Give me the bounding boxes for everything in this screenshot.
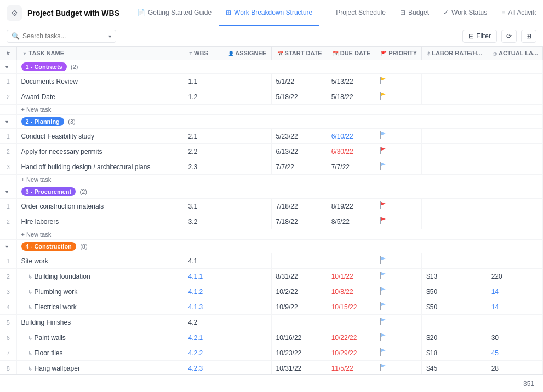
task-name-cell: ↳Building foundation <box>16 269 184 284</box>
chevron-icon[interactable]: ▾ <box>5 119 8 125</box>
task-name[interactable]: Hang wallpaper <box>35 365 80 372</box>
tab-wbs[interactable]: ⊞ Work Breakdown Structure <box>219 0 319 26</box>
assignee-cell[interactable] <box>222 199 271 214</box>
col-wbs[interactable]: T WBS <box>184 47 222 60</box>
priority-cell[interactable] <box>375 159 422 175</box>
columns-button[interactable]: ⊞ <box>521 30 536 43</box>
assignee-cell[interactable] <box>222 269 271 284</box>
wbs-link[interactable]: 4.1.3 <box>188 303 203 311</box>
refresh-button[interactable]: ⟳ <box>501 30 517 43</box>
priority-cell[interactable] <box>375 144 422 159</box>
col-labor[interactable]: $ LABOR RATE/H... <box>422 47 487 60</box>
wbs-link[interactable]: 4.1.1 <box>188 273 203 280</box>
priority-cell[interactable] <box>375 214 422 229</box>
filter-button[interactable]: ⊟ Filter <box>462 30 497 43</box>
group-collapse[interactable]: ▾ <box>0 115 16 129</box>
actual-cell <box>487 129 542 144</box>
task-name[interactable]: Electrical work <box>35 303 77 311</box>
assignee-cell[interactable] <box>222 253 271 269</box>
task-name[interactable]: Floor tiles <box>35 349 63 357</box>
tab-all-activities[interactable]: ≡ All Activites <box>495 0 536 26</box>
tab-budget[interactable]: ⊟ Budget <box>393 0 436 26</box>
priority-cell[interactable] <box>375 74 422 89</box>
priority-cell[interactable] <box>375 361 422 376</box>
group-badge[interactable]: 1 - Contracts <box>21 62 67 71</box>
table-row: 2 Apply for necessary permits 2.2 6/13/2… <box>0 144 543 159</box>
row-num: 5 <box>0 315 16 330</box>
task-name[interactable]: Documents Review <box>21 78 78 85</box>
new-task-row[interactable]: + New task <box>0 105 543 115</box>
assignee-cell[interactable] <box>222 361 271 376</box>
tab-schedule[interactable]: — Project Schedule <box>320 0 392 26</box>
search-box[interactable]: 🔍 ▾ <box>7 30 116 43</box>
task-name[interactable]: Building Finishes <box>21 319 71 326</box>
assignee-cell[interactable] <box>222 89 271 105</box>
task-name[interactable]: Building foundation <box>35 273 90 280</box>
priority-cell[interactable] <box>375 299 422 315</box>
assignee-cell[interactable] <box>222 315 271 330</box>
due-date-cell: 10/22/22 <box>327 330 375 345</box>
new-task-row[interactable]: + New task <box>0 229 543 240</box>
wbs-link[interactable]: 4.1.2 <box>188 288 203 296</box>
wbs-link[interactable]: 4.2.2 <box>188 349 203 357</box>
search-input[interactable] <box>22 32 106 40</box>
chevron-icon[interactable]: ▾ <box>5 64 8 70</box>
task-name[interactable]: Award Date <box>21 93 55 101</box>
task-name[interactable]: Order construction materials <box>21 203 104 210</box>
priority-cell[interactable] <box>375 284 422 299</box>
priority-cell[interactable] <box>375 330 422 345</box>
svg-marker-1 <box>381 77 386 80</box>
col-task[interactable]: ▼ TASK NAME <box>16 47 184 60</box>
col-priority[interactable]: 🚩 PRIORITY <box>375 47 422 60</box>
table-row: 6 ↳Paint walls 4.2.1 10/16/22 10/22/22 $… <box>0 330 543 345</box>
new-task-label[interactable]: + New task <box>16 105 543 115</box>
task-name[interactable]: Apply for necessary permits <box>21 148 102 155</box>
chevron-down-icon: ▾ <box>108 33 111 39</box>
wbs-link[interactable]: 4.2.1 <box>188 334 203 342</box>
priority-cell[interactable] <box>375 345 422 361</box>
chevron-icon[interactable]: ▾ <box>5 244 8 250</box>
col-assignee[interactable]: 👤 ASSIGNEE <box>222 47 271 60</box>
col-actual[interactable]: @ ACTUAL LA... <box>487 47 542 60</box>
group-header-row: ▾ 1 - Contracts (2) <box>0 60 543 74</box>
group-badge[interactable]: 3 - Procurement <box>21 187 76 196</box>
task-name[interactable]: Paint walls <box>35 334 66 342</box>
tab-getting-started[interactable]: 📄 Getting Started Guide <box>130 0 218 26</box>
task-name[interactable]: Plumbing work <box>35 288 78 296</box>
group-badge[interactable]: 2 - Planning <box>21 117 64 126</box>
new-task-row[interactable]: + New task <box>0 175 543 185</box>
assignee-cell[interactable] <box>222 214 271 229</box>
group-collapse[interactable]: ▾ <box>0 185 16 199</box>
assignee-cell[interactable] <box>222 74 271 89</box>
col-start[interactable]: 📅 START DATE <box>271 47 327 60</box>
chevron-icon[interactable]: ▾ <box>5 189 8 195</box>
app-icon: ⚙ <box>7 5 22 21</box>
new-task-label[interactable]: + New task <box>16 175 543 185</box>
priority-cell[interactable] <box>375 89 422 105</box>
tab-work-status[interactable]: ✓ Work Status <box>437 0 494 26</box>
group-collapse[interactable]: ▾ <box>0 240 16 253</box>
priority-cell[interactable] <box>375 199 422 214</box>
task-name[interactable]: Hire laborers <box>21 218 59 226</box>
assignee-cell[interactable] <box>222 345 271 361</box>
col-due[interactable]: 📅 DUE DATE <box>327 47 375 60</box>
priority-cell[interactable] <box>375 253 422 269</box>
wbs-link[interactable]: 4.2.3 <box>188 365 203 372</box>
assignee-cell[interactable] <box>222 299 271 315</box>
assignee-cell[interactable] <box>222 129 271 144</box>
task-name[interactable]: Conduct Feasibility study <box>21 132 94 140</box>
new-task-label[interactable]: + New task <box>16 229 543 240</box>
task-name[interactable]: Hand off building design / architectural… <box>21 163 151 171</box>
priority-cell[interactable] <box>375 315 422 330</box>
group-badge[interactable]: 4 - Construction <box>21 242 76 251</box>
due-date-cell: 8/5/22 <box>327 214 375 229</box>
task-name[interactable]: Site work <box>21 257 48 265</box>
group-collapse[interactable]: ▾ <box>0 60 16 74</box>
priority-cell[interactable] <box>375 269 422 284</box>
assignee-cell[interactable] <box>222 144 271 159</box>
labor-rate-cell <box>422 144 487 159</box>
priority-cell[interactable] <box>375 129 422 144</box>
assignee-cell[interactable] <box>222 284 271 299</box>
assignee-cell[interactable] <box>222 159 271 175</box>
assignee-cell[interactable] <box>222 330 271 345</box>
